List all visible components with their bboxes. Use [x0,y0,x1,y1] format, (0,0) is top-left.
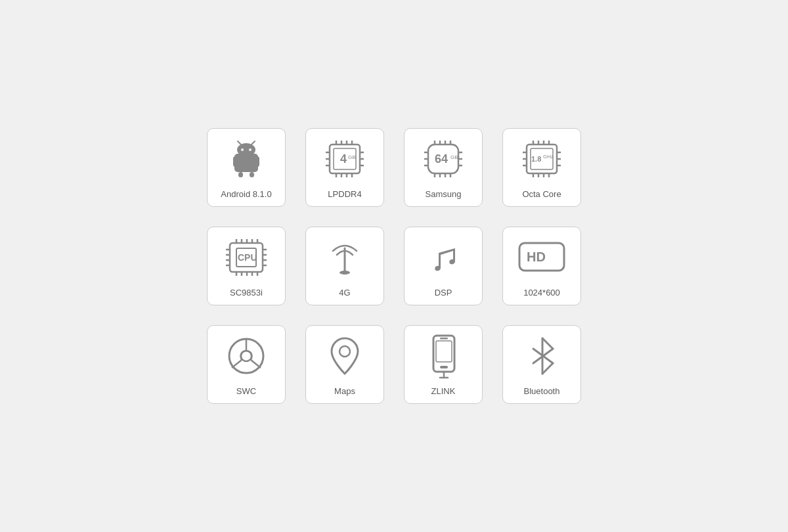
svg-line-103 [542,363,553,374]
chip-1.8ghz-icon: 1.8 GHz [503,129,580,189]
card-maps-label: Maps [334,386,355,397]
card-octa-core-label: Octa Core [522,189,561,200]
svg-rect-9 [250,172,254,177]
svg-rect-97 [440,338,448,340]
feature-grid: Android 8.1.0 [181,102,607,430]
svg-rect-96 [440,366,448,368]
svg-text:1.8: 1.8 [531,155,541,163]
svg-line-101 [542,338,553,349]
svg-rect-2 [234,154,258,172]
card-4g: 4G [305,227,384,305]
card-4g-label: 4G [339,288,350,298]
svg-text:GB: GB [348,154,356,160]
svg-point-85 [339,271,350,275]
svg-line-7 [252,141,255,144]
music-icon [405,227,482,288]
svg-point-3 [237,143,255,156]
card-android-label: Android 8.1.0 [221,189,271,200]
svg-point-4 [241,148,244,151]
card-bluetooth: Bluetooth [502,325,581,404]
hd-icon: HD [503,227,580,288]
svg-line-91 [232,360,242,368]
svg-rect-95 [436,341,452,362]
svg-rect-8 [238,172,243,177]
card-dsp-label: DSP [435,288,452,298]
card-lpddr4: 4 GB LPDDR4 [305,128,384,207]
svg-text:64: 64 [435,152,448,166]
svg-text:CPU: CPU [238,252,257,263]
chip-4gb-icon: 4 GB [306,129,383,189]
card-sc9853i-label: SC9853i [230,288,263,298]
svg-line-6 [238,141,241,144]
card-swc: SWC [207,325,286,404]
bluetooth-icon [503,326,580,386]
signal-icon [306,227,383,288]
svg-text:GHz: GHz [543,154,554,160]
svg-point-93 [339,346,350,357]
svg-line-92 [251,360,261,368]
card-dsp: DSP [404,227,483,305]
card-zlink-label: ZLINK [431,386,456,397]
svg-text:HD: HD [527,250,546,264]
card-maps: Maps [305,325,384,404]
card-samsung-label: Samsung [426,189,462,200]
maps-icon [306,326,383,386]
android-icon [208,129,285,189]
svg-text:4: 4 [340,152,347,166]
card-hd-label: 1024*600 [523,288,560,298]
card-zlink: ZLINK [404,325,483,404]
phone-icon [405,326,482,386]
card-samsung: 64 GB Samsung [404,128,483,207]
card-swc-label: SWC [236,386,256,397]
card-android: Android 8.1.0 [207,128,286,207]
card-bluetooth-label: Bluetooth [524,386,560,397]
chip-64gb-icon: 64 GB [405,129,482,189]
card-sc9853i: CPU [207,227,286,305]
card-octa-core: 1.8 GHz Octa Core [502,128,581,207]
svg-point-5 [249,148,252,151]
cpu-icon: CPU [208,227,285,288]
card-lpddr4-label: LPDDR4 [328,189,361,200]
steering-icon [208,326,285,386]
svg-text:GB: GB [450,154,458,160]
card-hd: HD 1024*600 [502,227,581,305]
